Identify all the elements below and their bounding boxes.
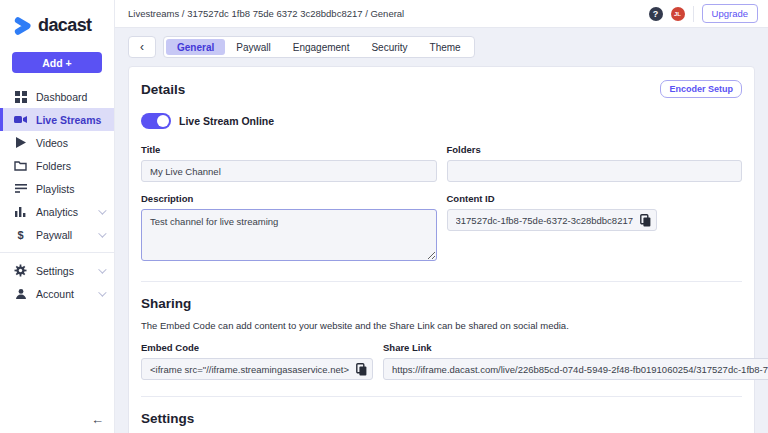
settings-icon <box>14 264 27 277</box>
title-label: Title <box>141 144 437 155</box>
tab-theme[interactable]: Theme <box>419 39 472 55</box>
dacast-logo: dacast <box>0 0 114 48</box>
analytics-icon <box>14 205 27 218</box>
sidebar-item-live-streams[interactable]: Live Streams <box>0 108 114 131</box>
chevron-down-icon <box>98 229 106 237</box>
folders-field-group: Folders <box>447 133 743 182</box>
sidebar-item-videos[interactable]: Videos <box>0 131 114 154</box>
tab-bar: General Paywall Engagement Security Them… <box>163 36 475 58</box>
topbar-divider <box>693 6 694 22</box>
description-field-group: Description Test channel for live stream… <box>141 182 437 265</box>
sidebar-item-paywall[interactable]: $ Paywall <box>0 223 114 246</box>
sidebar: dacast Add + Dashboard Live Streams Vide… <box>0 0 115 433</box>
add-button[interactable]: Add + <box>12 52 102 73</box>
content-id-label: Content ID <box>447 193 743 204</box>
copy-icon <box>640 214 651 227</box>
embed-code-label: Embed Code <box>141 342 373 353</box>
share-link-label: Share Link <box>383 342 768 353</box>
sidebar-divider <box>0 252 114 253</box>
share-link-field-group: Share Link https://iframe.dacast.com/liv… <box>383 331 768 380</box>
embed-code-value: <iframe src="//iframe.streamingasaservic… <box>150 364 349 375</box>
copy-content-id-button[interactable] <box>640 214 651 227</box>
chevron-down-icon <box>98 265 106 273</box>
title-input[interactable] <box>141 160 437 182</box>
content-id-field-group: Content ID 317527dc-1fb8-75de-6372-3c28b… <box>447 182 743 231</box>
sidebar-item-label: Live Streams <box>36 114 101 126</box>
tab-paywall[interactable]: Paywall <box>225 39 281 55</box>
sidebar-collapse-button[interactable]: ← <box>91 413 104 426</box>
tab-general[interactable]: General <box>166 39 225 55</box>
sidebar-item-account[interactable]: Account <box>0 282 114 305</box>
details-heading: Details <box>141 82 185 97</box>
sidebar-item-label: Playlists <box>36 183 75 195</box>
tabs-row: ‹ General Paywall Engagement Security Th… <box>128 36 755 58</box>
sidebar-item-label: Dashboard <box>36 91 87 103</box>
sidebar-item-label: Analytics <box>36 206 78 218</box>
sidebar-item-playlists[interactable]: Playlists <box>0 177 114 200</box>
copy-embed-code-button[interactable] <box>356 363 367 376</box>
sharing-grid: Embed Code <iframe src="//iframe.streami… <box>141 331 742 380</box>
chevron-down-icon <box>98 288 106 296</box>
dashboard-icon <box>14 90 27 103</box>
online-toggle-row: Live Stream Online <box>141 113 742 129</box>
settings-card: Details Encoder Setup Live Stream Online… <box>128 66 755 433</box>
paywall-icon: $ <box>14 228 27 241</box>
sidebar-item-settings[interactable]: Settings <box>0 259 114 282</box>
playlists-icon <box>14 182 27 195</box>
copy-icon <box>356 363 367 376</box>
topbar: Livestreams / 317527dc 1fb8 75de 6372 3c… <box>115 0 768 28</box>
sidebar-item-label: Account <box>36 288 74 300</box>
sharing-heading: Sharing <box>141 296 742 311</box>
folders-label: Folders <box>447 144 743 155</box>
sidebar-item-dashboard[interactable]: Dashboard <box>0 85 114 108</box>
share-link-value: https://iframe.dacast.com/live/226b85cd-… <box>392 364 768 375</box>
settings-heading: Settings <box>141 411 742 426</box>
title-folders-grid: Title Folders Description Test channel f… <box>141 133 742 265</box>
breadcrumb: Livestreams / 317527dc 1fb8 75de 6372 3c… <box>128 8 404 19</box>
folders-icon <box>14 159 27 172</box>
content-area: ‹ General Paywall Engagement Security Th… <box>115 28 768 433</box>
embed-code-field-group: Embed Code <iframe src="//iframe.streami… <box>141 331 373 380</box>
chevron-down-icon <box>98 206 106 214</box>
account-icon <box>14 287 27 300</box>
embed-code-field: <iframe src="//iframe.streamingasaservic… <box>141 358 373 380</box>
sidebar-item-label: Paywall <box>36 229 72 241</box>
dacast-logo-icon <box>13 16 33 36</box>
avatar[interactable]: JL <box>671 7 685 21</box>
dacast-logo-text: dacast <box>38 15 91 36</box>
back-button[interactable]: ‹ <box>128 36 156 58</box>
sidebar-item-label: Folders <box>36 160 71 172</box>
content-id-field: 317527dc-1fb8-75de-6372-3c28bdbc8217 <box>447 209 657 231</box>
share-link-field: https://iframe.dacast.com/live/226b85cd-… <box>383 358 768 380</box>
title-field-group: Title <box>141 133 437 182</box>
tab-engagement[interactable]: Engagement <box>282 39 361 55</box>
section-divider <box>141 396 742 397</box>
sidebar-item-analytics[interactable]: Analytics <box>0 200 114 223</box>
sidebar-item-folders[interactable]: Folders <box>0 154 114 177</box>
sharing-description: The Embed Code can add content to your w… <box>141 320 742 331</box>
content-id-value: 317527dc-1fb8-75de-6372-3c28bdbc8217 <box>456 215 633 226</box>
sidebar-item-label: Settings <box>36 265 74 277</box>
videos-icon <box>14 136 27 149</box>
description-textarea[interactable]: Test channel for live streaming <box>141 209 437 261</box>
online-toggle-label: Live Stream Online <box>179 115 274 127</box>
live-stream-online-toggle[interactable] <box>141 113 171 129</box>
details-header: Details Encoder Setup <box>141 80 742 98</box>
encoder-setup-button[interactable]: Encoder Setup <box>660 80 742 98</box>
main-area: Livestreams / 317527dc 1fb8 75de 6372 3c… <box>115 0 768 433</box>
description-label: Description <box>141 193 437 204</box>
live-streams-icon <box>14 113 27 126</box>
folders-input[interactable] <box>447 160 743 182</box>
toggle-knob <box>157 115 169 127</box>
sidebar-item-label: Videos <box>36 137 68 149</box>
topbar-right: ? JL Upgrade <box>649 4 758 23</box>
help-icon[interactable]: ? <box>649 7 663 21</box>
section-divider <box>141 281 742 282</box>
tab-security[interactable]: Security <box>360 39 418 55</box>
upgrade-button[interactable]: Upgrade <box>702 4 758 23</box>
